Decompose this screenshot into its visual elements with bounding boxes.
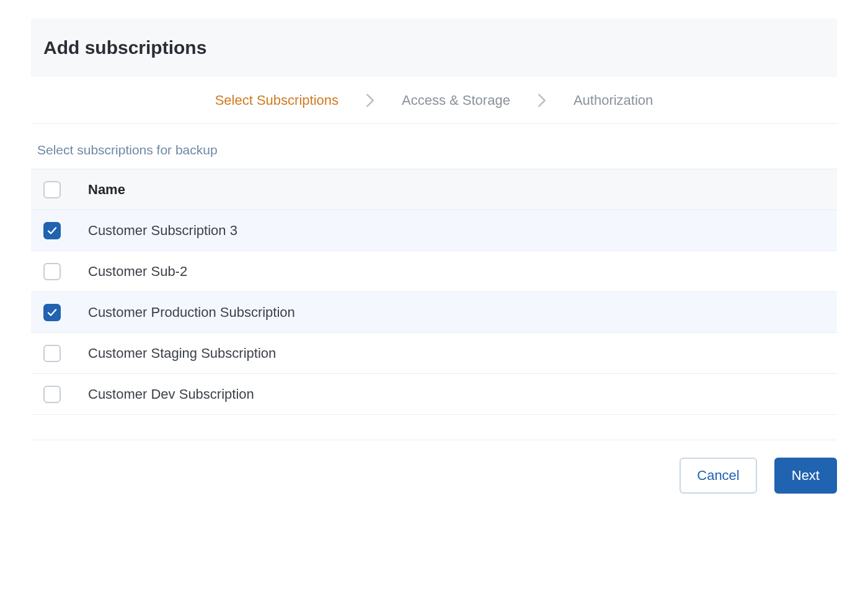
page-title: Add subscriptions <box>43 37 825 58</box>
section-label: Select subscriptions for backup <box>31 124 837 169</box>
row-checkbox[interactable] <box>43 304 61 321</box>
subscriptions-table: Name Customer Subscription 3Customer Sub… <box>31 169 837 415</box>
select-all-checkbox[interactable] <box>43 181 61 198</box>
table-row[interactable]: Customer Sub-2 <box>31 251 837 292</box>
row-checkbox[interactable] <box>43 222 61 239</box>
step-select-subscriptions[interactable]: Select Subscriptions <box>215 92 339 109</box>
wizard-header: Add subscriptions <box>31 19 837 78</box>
row-checkbox[interactable] <box>43 345 61 362</box>
step-authorization[interactable]: Authorization <box>574 92 653 109</box>
next-button[interactable]: Next <box>774 458 837 494</box>
subscription-name: Customer Staging Subscription <box>88 345 276 362</box>
subscription-name: Customer Production Subscription <box>88 304 295 321</box>
table-row[interactable]: Customer Dev Subscription <box>31 374 837 415</box>
subscription-name: Customer Dev Subscription <box>88 386 254 402</box>
row-checkbox[interactable] <box>43 263 61 280</box>
subscription-name: Customer Sub-2 <box>88 264 187 280</box>
table-header-row: Name <box>31 169 837 210</box>
step-access-storage[interactable]: Access & Storage <box>402 92 510 109</box>
cancel-button[interactable]: Cancel <box>680 458 756 494</box>
wizard-footer: Cancel Next <box>31 440 837 494</box>
column-header-name: Name <box>88 182 125 198</box>
wizard-steps: Select Subscriptions Access & Storage Au… <box>31 78 837 124</box>
row-checkbox[interactable] <box>43 386 61 403</box>
table-row[interactable]: Customer Subscription 3 <box>31 210 837 251</box>
subscription-name: Customer Subscription 3 <box>88 223 237 239</box>
chevron-right-icon <box>366 94 374 107</box>
table-row[interactable]: Customer Staging Subscription <box>31 333 837 374</box>
wizard-panel: Add subscriptions Select Subscriptions A… <box>0 0 868 518</box>
table-row[interactable]: Customer Production Subscription <box>31 292 837 333</box>
chevron-right-icon <box>538 94 546 107</box>
